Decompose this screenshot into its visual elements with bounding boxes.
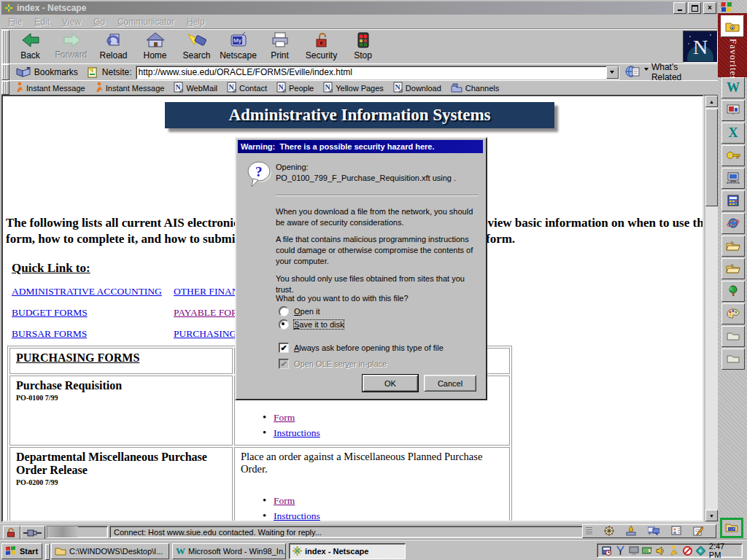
window-titlebar[interactable]: index - Netscape ×	[1, 1, 718, 15]
stop-button[interactable]: Stop	[342, 30, 384, 62]
ok-button[interactable]: OK	[363, 375, 418, 392]
office-desktop-button[interactable]	[720, 518, 743, 538]
netscape-logo[interactable]: N	[683, 31, 718, 63]
office-excel-button[interactable]: X	[721, 122, 745, 144]
intro-line2-left: form, how to complete it, and how to sub…	[6, 232, 258, 246]
open-folder-icon	[726, 241, 740, 252]
aim-tray-icon[interactable]	[669, 545, 679, 556]
task-explorer[interactable]: C:\WINDOWS\Desktop\I...	[51, 543, 169, 559]
clock[interactable]: 2:47 PM	[709, 542, 738, 559]
minimize-button[interactable]	[673, 2, 686, 14]
office-palette-button[interactable]	[721, 303, 745, 324]
office-tree-button[interactable]	[721, 281, 745, 302]
scroll-down-button[interactable]: ▼	[705, 510, 718, 521]
antenna-tray-icon[interactable]	[615, 545, 625, 556]
link-purchasing[interactable]: PURCHASING	[174, 328, 236, 340]
start-button[interactable]: Start	[1, 543, 42, 559]
office-powerpoint-button[interactable]	[721, 100, 745, 121]
display-tray-icon[interactable]	[629, 545, 639, 556]
search-button[interactable]: Search	[176, 30, 217, 62]
link-budget-forms[interactable]: BUDGET FORMS	[12, 307, 88, 319]
security-padlock-icon[interactable]	[3, 526, 20, 540]
home-button[interactable]: Home	[134, 30, 176, 62]
instructions-link[interactable]: Instructions	[274, 510, 320, 521]
contact-button[interactable]: N Contact	[227, 82, 267, 94]
office-open-folder-button-1[interactable]	[721, 236, 745, 257]
cancel-button[interactable]: Cancel	[424, 375, 476, 392]
url-field[interactable]: http://www.siue.edu/ORACLE/FORMS/Eville/…	[136, 66, 619, 79]
download-button[interactable]: N Download	[393, 82, 441, 94]
office-folder-button-1[interactable]	[721, 326, 745, 347]
url-text[interactable]: http://www.siue.edu/ORACLE/FORMS/Eville/…	[136, 67, 606, 77]
reload-button[interactable]: Reload	[93, 30, 134, 62]
location-grip[interactable]	[1, 64, 9, 80]
back-button[interactable]: Back	[9, 30, 51, 62]
close-button[interactable]: ×	[703, 2, 716, 14]
form-link[interactable]: Form	[274, 412, 295, 423]
favorites-folder-button[interactable]	[721, 15, 744, 37]
scroll-up-button[interactable]: ▲	[705, 96, 718, 107]
task-word[interactable]: W Microsoft Word - Win98_In...	[172, 543, 286, 559]
url-dropdown-button[interactable]	[606, 66, 619, 79]
print-button[interactable]: Print	[259, 30, 301, 62]
always-ask-checkbox[interactable]: ✔ Always ask before opening this type of…	[279, 343, 444, 353]
menu-file[interactable]: File	[8, 17, 22, 27]
office-folder-button-2[interactable]	[721, 349, 745, 370]
webmail-button[interactable]: N WebMail	[174, 82, 217, 94]
whats-related-button[interactable]: What's Related	[625, 62, 708, 82]
people-button[interactable]: N People	[276, 82, 314, 94]
page-proxy-icon[interactable]	[87, 66, 98, 78]
bookmarks-button[interactable]: Bookmarks	[15, 66, 78, 79]
menu-view[interactable]: View	[62, 17, 81, 27]
office-open-folder-button-2[interactable]	[721, 258, 745, 279]
my-netscape-button[interactable]: My Netscape	[217, 30, 259, 62]
maximize-button[interactable]	[688, 2, 701, 14]
forward-button[interactable]: Forward	[51, 30, 93, 62]
taskbar-grip[interactable]	[45, 544, 50, 560]
link-administrative-accounting[interactable]: ADMINISTRATIVE ACCOUNTING	[12, 286, 162, 298]
office-logo-icon[interactable]	[721, 1, 732, 14]
yellow-pages-button[interactable]: N Yellow Pages	[323, 82, 384, 94]
dock-grip[interactable]	[586, 526, 592, 536]
radio-circle[interactable]	[279, 306, 289, 316]
instant-message-button-2[interactable]: Instant Message	[95, 82, 165, 94]
open-it-radio[interactable]: Open it	[279, 306, 320, 316]
scrollbar-thumb[interactable]	[705, 109, 718, 206]
office-key-button[interactable]	[721, 145, 745, 166]
menu-edit[interactable]: Edit	[34, 17, 50, 27]
address-book-icon[interactable]	[671, 526, 681, 537]
channels-button[interactable]: Channels	[451, 82, 499, 94]
component-plug-icon[interactable]	[20, 526, 45, 540]
office-calculator-button[interactable]	[721, 190, 745, 211]
link-bursar-forms[interactable]: BURSAR FORMS	[12, 328, 87, 340]
menu-go[interactable]: Go	[93, 17, 105, 27]
checkbox-checked[interactable]: ✔	[279, 343, 289, 353]
menu-help[interactable]: Help	[187, 17, 205, 27]
personal-grip[interactable]	[1, 81, 9, 95]
office-word-button[interactable]: W	[721, 77, 745, 98]
sync-tray-icon[interactable]	[695, 545, 705, 556]
task-netscape-active[interactable]: index - Netscape	[289, 543, 406, 559]
composer-icon[interactable]	[693, 526, 703, 537]
security-button[interactable]: Security	[301, 30, 342, 62]
instructions-link[interactable]: Instructions	[274, 427, 320, 438]
save-to-disk-radio[interactable]: Save it to disk	[279, 319, 344, 330]
toolbar-grip[interactable]	[1, 30, 9, 65]
menu-communicator[interactable]: Communicator	[117, 17, 174, 27]
form-link[interactable]: Form	[274, 495, 295, 506]
inbox-icon[interactable]	[626, 526, 636, 537]
navigator-wheel-icon[interactable]	[604, 526, 614, 537]
radio-circle-selected[interactable]	[279, 319, 289, 330]
norton-tray-icon[interactable]	[682, 545, 692, 556]
vertical-scrollbar[interactable]: ▲ ▼	[705, 96, 718, 521]
instant-message-button-1[interactable]: Instant Message	[15, 82, 85, 94]
volume-tray-icon[interactable]	[655, 545, 665, 556]
office-computer-button[interactable]	[721, 168, 745, 189]
pcmcia-tray-icon[interactable]	[642, 545, 652, 556]
link-payable-forms[interactable]: PAYABLE FOR	[174, 307, 238, 319]
link-other-financial[interactable]: OTHER FINAN	[174, 286, 239, 298]
office-web-button[interactable]	[721, 213, 745, 234]
discussions-icon[interactable]	[648, 526, 659, 537]
dialog-titlebar[interactable]: Warning: There is a possible security ha…	[238, 140, 483, 153]
scheduler-tray-icon[interactable]	[602, 545, 612, 556]
